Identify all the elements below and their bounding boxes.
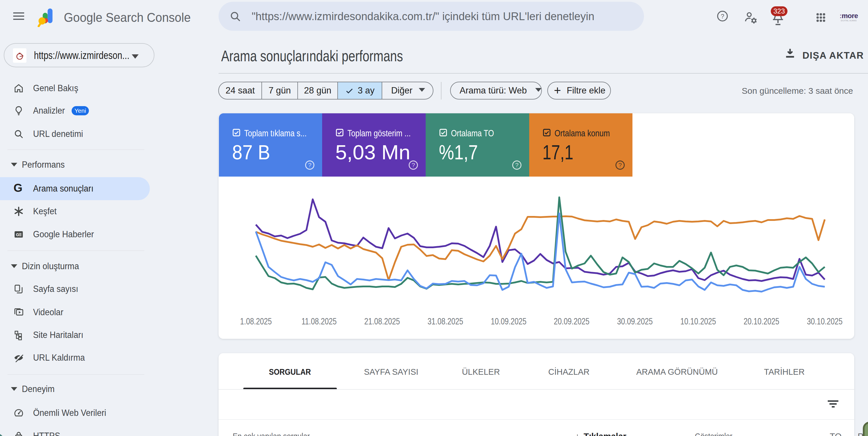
svg-text:G: G [16, 232, 19, 237]
svg-text:?: ? [721, 13, 724, 20]
